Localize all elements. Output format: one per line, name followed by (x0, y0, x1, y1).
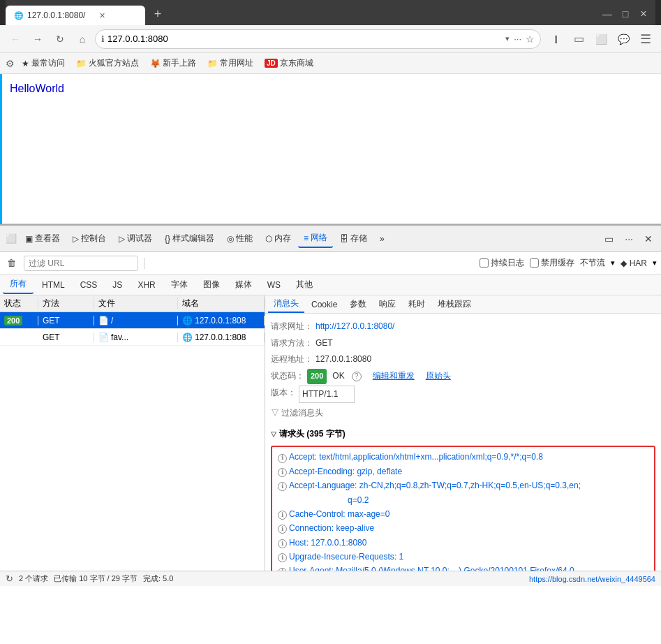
net-tab-js[interactable]: JS (105, 277, 129, 293)
header-upgrade-insecure: ℹUpgrade-Insecure-Requests: 1 (278, 550, 648, 564)
network-filter-bar: 🗑 持续日志 禁用缓存 不节流 ▾ ◆ HAR ▾ (0, 252, 661, 275)
request-url-value[interactable]: http://127.0.0.1:8080/ (315, 319, 394, 335)
disable-cache-option[interactable]: 禁用缓存 (530, 257, 574, 269)
devtools-tab-network[interactable]: ≡ 网络 (298, 229, 333, 248)
bookmark-frequent[interactable]: ★ 最常访问 (17, 56, 69, 71)
bookmark-firefox[interactable]: 📁 火狐官方站点 (72, 56, 143, 71)
home-button[interactable]: ⌂ (73, 29, 92, 49)
edit-resend-button[interactable]: 编辑和重发 (373, 369, 415, 384)
net-tab-font[interactable]: 字体 (164, 276, 195, 293)
net-tab-ws[interactable]: WS (260, 277, 288, 293)
synced-tabs-button[interactable]: ⫿ (547, 29, 566, 49)
net-tab-html[interactable]: HTML (35, 277, 72, 293)
header-info-icon-4[interactable]: ℹ (278, 511, 287, 520)
network-detail-pane: 消息头 Cookie 参数 响应 耗时 堆栈跟踪 请求网址： http://12… (265, 295, 661, 571)
net-tab-other[interactable]: 其他 (289, 276, 320, 293)
header-info-icon-6[interactable]: ℹ (278, 539, 287, 548)
request-headers-section-header[interactable]: ▽ 请求头 (395 字节) (271, 424, 655, 445)
devtools-tab-inspector[interactable]: ▣ 查看器 (20, 230, 66, 247)
detail-tab-headers[interactable]: 消息头 (268, 295, 304, 313)
raw-headers-button[interactable]: 原始头 (426, 369, 451, 384)
filter-msg-text[interactable]: ▽ 过滤消息头 (271, 406, 323, 421)
detail-tab-timing[interactable]: 耗时 (403, 296, 431, 312)
devtools-close-button[interactable]: ✕ (640, 231, 657, 247)
refresh-button[interactable]: ↻ (50, 29, 70, 49)
devtools-more-tools[interactable]: » (374, 231, 390, 247)
devtools-tab-style[interactable]: {} 样式编辑器 (159, 230, 220, 247)
devtools-tab-console[interactable]: ▷ 控制台 (67, 230, 112, 247)
devtools-tab-perf[interactable]: ◎ 性能 (221, 230, 258, 247)
network-type-filter-tabs: 所有 HTML CSS JS XHR 字体 图像 媒体 WS 其他 (0, 275, 661, 295)
devtools-tab-storage[interactable]: 🗄 存储 (334, 230, 373, 247)
devtools-undock-button[interactable]: ▭ (600, 231, 618, 247)
throttle-dropdown-icon[interactable]: ▾ (611, 258, 615, 268)
header-info-icon-7[interactable]: ℹ (278, 553, 287, 562)
detail-tab-stacktrace[interactable]: 堆栈跟踪 (432, 296, 477, 312)
net-tab-css[interactable]: CSS (73, 277, 105, 293)
bookmark-frequent-icon: ★ (22, 59, 29, 68)
header-info-icon-2[interactable]: ℹ (278, 468, 287, 477)
filter-msg-row: ▽ 过滤消息头 (271, 406, 655, 421)
debugger-icon: ▷ (119, 234, 125, 244)
devtools-tab-debugger[interactable]: ▷ 调试器 (113, 230, 158, 247)
persistent-log-option[interactable]: 持续日志 (480, 257, 524, 269)
perf-label: 性能 (236, 233, 253, 244)
minimize-button[interactable]: — (602, 9, 612, 19)
header-info-icon-3[interactable]: ℹ (278, 482, 287, 491)
net-tab-xhr[interactable]: XHR (131, 277, 162, 293)
net-tab-media[interactable]: 媒体 (228, 276, 259, 293)
bookmark-jd-label: 京东商城 (280, 57, 313, 69)
active-tab[interactable]: 🌐 127.0.0.1:8080/ × (6, 6, 145, 25)
header-info-icon-5[interactable]: ℹ (278, 525, 287, 534)
detail-tab-cookie[interactable]: Cookie (306, 298, 343, 312)
bookmark-icon[interactable]: ☆ (526, 34, 535, 45)
feedback-button[interactable]: 💬 (614, 29, 633, 49)
bookmark-newuser[interactable]: 🦊 新手上路 (146, 56, 200, 71)
devtools-inspect-toggle[interactable]: ⬜ (4, 232, 18, 246)
network-row-2[interactable]: GET 📄fav... 🌐127.0.0.1:808 (0, 329, 265, 346)
version-row: 版本： HTTP/1.1 (271, 386, 655, 404)
bookmark-firefox-icon: 📁 (76, 59, 87, 68)
containers-button[interactable]: ▭ (569, 29, 588, 49)
request-url-row: 请求网址： http://127.0.0.1:8080/ (271, 319, 655, 335)
clear-requests-button[interactable]: 🗑 (4, 256, 18, 270)
address-bar[interactable]: ℹ ▾ ··· ☆ (95, 29, 541, 49)
detail-tab-response[interactable]: 响应 (373, 296, 401, 312)
url-more-icon[interactable]: ··· (514, 34, 521, 44)
bookmark-common[interactable]: 📁 常用网址 (203, 56, 258, 71)
tab-close-button[interactable]: × (99, 10, 105, 21)
screenshot-button[interactable]: ⬜ (591, 29, 611, 49)
status-help-icon[interactable]: ? (352, 372, 362, 381)
settings-icon[interactable]: ⚙ (6, 58, 15, 69)
har-label[interactable]: ◆ HAR (621, 258, 647, 268)
row1-domain-globe: 🌐 (182, 316, 193, 325)
memory-label: 内存 (274, 233, 291, 244)
net-tab-all[interactable]: 所有 (3, 275, 34, 294)
net-tab-image[interactable]: 图像 (196, 276, 227, 293)
filter-options-group: 持续日志 禁用缓存 不节流 ▾ ◆ HAR ▾ (480, 257, 657, 269)
maximize-button[interactable]: □ (621, 9, 630, 19)
har-dropdown-icon[interactable]: ▾ (653, 258, 657, 268)
header-info-icon-1[interactable]: ℹ (278, 454, 287, 463)
tab-favicon: 🌐 (14, 11, 24, 20)
persistent-log-checkbox[interactable] (480, 258, 489, 268)
forward-button[interactable]: → (28, 29, 47, 49)
bookmark-jd[interactable]: JD 京东商城 (260, 56, 318, 71)
url-dropdown-icon[interactable]: ▾ (505, 34, 510, 43)
section-toggle-icon: ▽ (271, 428, 276, 441)
row1-file: 📄/ (94, 316, 178, 325)
disable-cache-checkbox[interactable] (530, 258, 539, 268)
url-input[interactable] (107, 34, 503, 44)
new-tab-button[interactable]: + (145, 3, 170, 25)
title-bar: 🌐 127.0.0.1:8080/ × + — □ × (0, 0, 661, 25)
back-button[interactable]: ← (6, 29, 25, 49)
menu-button[interactable]: ☰ (636, 29, 655, 49)
url-filter-input[interactable] (24, 256, 138, 271)
devtools-options-button[interactable]: ··· (621, 231, 637, 247)
detail-tab-params[interactable]: 参数 (344, 296, 372, 312)
devtools-tab-memory[interactable]: ⬡ 内存 (260, 230, 297, 247)
network-row-1[interactable]: 200 GET 📄/ 🌐127.0.0.1:808 (0, 312, 265, 329)
version-value: HTTP/1.1 (299, 386, 355, 404)
close-button[interactable]: × (639, 9, 648, 19)
bookmark-newuser-icon: 🦊 (150, 59, 161, 68)
